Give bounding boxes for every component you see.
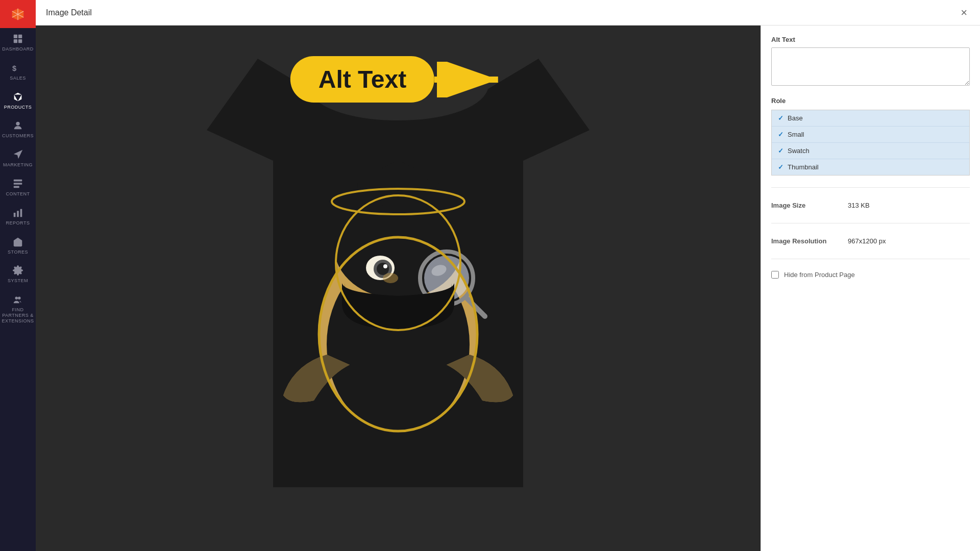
role-label: Role	[771, 97, 970, 105]
alt-text-annotation: Alt Text	[290, 56, 506, 103]
role-name-small: Small	[788, 131, 804, 138]
divider-3	[771, 259, 970, 259]
role-item-small[interactable]: ✓ Small	[772, 127, 969, 143]
role-item-thumbnail[interactable]: ✓ Thumbnail	[772, 159, 969, 175]
alt-text-arrow	[434, 62, 506, 97]
svg-rect-11	[20, 209, 22, 217]
alt-text-label: Alt Text	[771, 36, 970, 43]
svg-point-15	[18, 297, 21, 300]
sidebar-item-partners[interactable]: FIND PARTNERS & EXTENSIONS	[0, 289, 36, 329]
role-list: ✓ Base ✓ Small ✓ Swatch	[771, 110, 970, 176]
role-name-swatch: Swatch	[788, 147, 810, 155]
divider-1	[771, 187, 970, 188]
image-resolution-label: Image Resolution	[771, 237, 838, 245]
sidebar-item-system[interactable]: SYSTEM	[0, 260, 36, 289]
sidebar: DASHBOARD $ SALES PRODUCTS CUSTOMERS MAR…	[0, 0, 36, 551]
role-item-base[interactable]: ✓ Base	[772, 110, 969, 127]
image-size-value: 313 KB	[848, 202, 870, 209]
svg-rect-7	[14, 183, 22, 185]
svg-rect-8	[14, 186, 19, 188]
hide-from-product-row: Hide from Product Page	[771, 271, 970, 279]
image-size-label: Image Size	[771, 202, 838, 209]
svg-rect-2	[14, 39, 17, 43]
modal-detail-section: Alt Text Role ✓ Base ✓	[761, 26, 980, 551]
svg-rect-3	[18, 39, 22, 43]
role-section: Role ✓ Base ✓ Small ✓	[771, 97, 970, 176]
svg-rect-12	[16, 242, 19, 245]
sidebar-item-reports[interactable]: REPORTS	[0, 202, 36, 231]
modal-container: Image Detail × Alt Text	[36, 0, 980, 551]
sidebar-item-dashboard[interactable]: DASHBOARD	[0, 28, 36, 57]
modal-title: Image Detail	[46, 8, 92, 17]
modal-overlay: Image Detail × Alt Text	[36, 0, 980, 551]
image-size-row: Image Size 313 KB	[771, 199, 970, 211]
hide-from-product-checkbox[interactable]	[771, 271, 779, 279]
sidebar-item-customers[interactable]: CUSTOMERS	[0, 115, 36, 144]
alt-text-textarea[interactable]	[771, 47, 970, 86]
sidebar-item-sales[interactable]: $ SALES	[0, 57, 36, 86]
image-resolution-row: Image Resolution 967x1200 px	[771, 235, 970, 247]
modal-header: Image Detail ×	[36, 0, 980, 26]
svg-point-27	[383, 264, 387, 268]
role-name-thumbnail: Thumbnail	[788, 163, 819, 171]
svg-point-14	[15, 297, 18, 300]
main-content: Jewelry Store Con Con Co Co easy Pro Ima…	[36, 0, 980, 551]
svg-rect-6	[14, 180, 22, 182]
role-name-base: Base	[788, 114, 803, 122]
svg-rect-9	[14, 213, 16, 217]
role-check-base: ✓	[778, 114, 783, 122]
sidebar-logo[interactable]	[0, 0, 36, 28]
alt-text-bubble: Alt Text	[290, 56, 434, 103]
sidebar-item-products[interactable]: PRODUCTS	[0, 86, 36, 115]
role-item-swatch[interactable]: ✓ Swatch	[772, 143, 969, 159]
alt-text-group: Alt Text	[771, 36, 970, 88]
modal-image-section: Alt Text	[36, 26, 761, 551]
modal-body: Alt Text	[36, 26, 980, 551]
image-resolution-value: 967x1200 px	[848, 237, 886, 245]
svg-point-32	[383, 273, 398, 283]
role-check-thumbnail: ✓	[778, 163, 783, 171]
svg-rect-1	[18, 35, 22, 38]
sidebar-item-stores[interactable]: STORES	[0, 231, 36, 260]
svg-point-5	[16, 122, 19, 126]
svg-rect-10	[17, 211, 19, 217]
modal-close-button[interactable]: ×	[958, 7, 970, 18]
svg-text:$: $	[12, 64, 17, 72]
sidebar-item-content[interactable]: CONTENT	[0, 173, 36, 202]
hide-from-product-label[interactable]: Hide from Product Page	[784, 271, 855, 279]
divider-2	[771, 223, 970, 223]
svg-rect-0	[14, 35, 17, 38]
role-check-swatch: ✓	[778, 147, 783, 155]
role-check-small: ✓	[778, 131, 783, 138]
sidebar-item-marketing[interactable]: MARKETING	[0, 144, 36, 173]
svg-point-26	[377, 263, 389, 275]
